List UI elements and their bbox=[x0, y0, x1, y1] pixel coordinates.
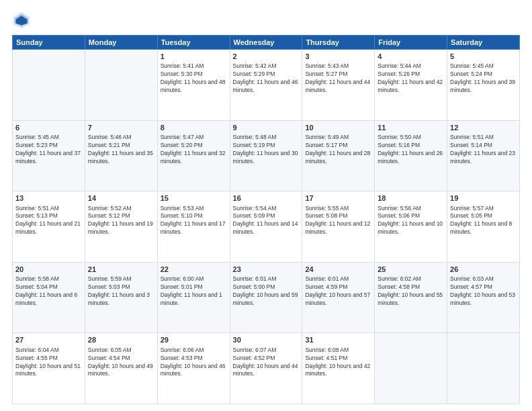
day-info: Sunset: 5:20 PM bbox=[161, 142, 227, 150]
day-info: Sunrise: 6:04 AM bbox=[15, 347, 82, 355]
calendar-cell: 20Sunrise: 5:58 AMSunset: 5:04 PMDayligh… bbox=[13, 262, 85, 333]
day-info: Daylight: 10 hours and 59 minutes. bbox=[233, 291, 300, 308]
day-number: 7 bbox=[88, 123, 154, 133]
day-info: Sunset: 5:09 PM bbox=[233, 212, 300, 220]
calendar-cell bbox=[375, 333, 447, 404]
day-info: Sunset: 5:23 PM bbox=[15, 142, 82, 150]
day-number: 19 bbox=[450, 193, 517, 203]
day-info: Daylight: 11 hours and 17 minutes. bbox=[161, 220, 227, 236]
calendar-week-3: 20Sunrise: 5:58 AMSunset: 5:04 PMDayligh… bbox=[13, 262, 520, 333]
calendar-cell: 16Sunrise: 5:54 AMSunset: 5:09 PMDayligh… bbox=[230, 191, 302, 263]
day-info: Sunrise: 5:56 AM bbox=[378, 205, 444, 213]
day-info: Sunset: 4:52 PM bbox=[233, 355, 300, 363]
day-header-tuesday: Tuesday bbox=[157, 36, 230, 50]
calendar-cell: 4Sunrise: 5:44 AMSunset: 5:26 PMDaylight… bbox=[375, 50, 447, 121]
day-info: Sunrise: 5:52 AM bbox=[88, 205, 154, 213]
calendar-cell: 29Sunrise: 6:06 AMSunset: 4:53 PMDayligh… bbox=[157, 333, 230, 404]
day-header-monday: Monday bbox=[85, 36, 157, 50]
day-number: 31 bbox=[305, 335, 371, 345]
calendar-cell: 12Sunrise: 5:51 AMSunset: 5:14 PMDayligh… bbox=[447, 120, 520, 191]
calendar-cell: 14Sunrise: 5:52 AMSunset: 5:12 PMDayligh… bbox=[85, 191, 157, 263]
day-info: Daylight: 10 hours and 57 minutes. bbox=[305, 291, 371, 308]
day-info: Sunrise: 6:03 AM bbox=[450, 275, 517, 283]
day-info: Daylight: 11 hours and 35 minutes. bbox=[88, 150, 154, 166]
calendar-cell: 28Sunrise: 6:05 AMSunset: 4:54 PMDayligh… bbox=[85, 333, 157, 404]
day-info: Daylight: 11 hours and 32 minutes. bbox=[161, 150, 227, 166]
calendar-cell: 25Sunrise: 6:02 AMSunset: 4:58 PMDayligh… bbox=[375, 262, 447, 333]
day-info: Sunset: 5:19 PM bbox=[233, 142, 300, 150]
day-number: 24 bbox=[305, 265, 371, 275]
day-info: Sunrise: 6:00 AM bbox=[161, 275, 227, 283]
day-info: Daylight: 11 hours and 10 minutes. bbox=[378, 220, 444, 236]
day-info: Sunset: 5:10 PM bbox=[161, 212, 227, 220]
day-info: Sunrise: 5:45 AM bbox=[450, 62, 517, 71]
day-number: 23 bbox=[233, 265, 300, 275]
day-info: Daylight: 11 hours and 8 minutes. bbox=[450, 220, 517, 236]
day-number: 30 bbox=[233, 335, 300, 345]
day-info: Sunset: 5:27 PM bbox=[305, 71, 371, 79]
day-info: Daylight: 11 hours and 26 minutes. bbox=[378, 150, 444, 166]
day-info: Sunrise: 5:50 AM bbox=[378, 134, 444, 142]
day-info: Daylight: 11 hours and 14 minutes. bbox=[233, 220, 300, 236]
day-info: Sunset: 5:08 PM bbox=[305, 212, 371, 220]
calendar-cell: 1Sunrise: 5:41 AMSunset: 5:30 PMDaylight… bbox=[157, 50, 230, 121]
day-info: Daylight: 11 hours and 21 minutes. bbox=[15, 220, 82, 236]
calendar-cell: 8Sunrise: 5:47 AMSunset: 5:20 PMDaylight… bbox=[157, 120, 230, 191]
day-info: Sunrise: 5:54 AM bbox=[233, 205, 300, 213]
day-info: Sunset: 5:12 PM bbox=[88, 212, 154, 220]
calendar-cell: 15Sunrise: 5:53 AMSunset: 5:10 PMDayligh… bbox=[157, 191, 230, 263]
day-info: Sunrise: 5:58 AM bbox=[15, 275, 82, 283]
day-info: Daylight: 11 hours and 46 minutes. bbox=[233, 79, 300, 95]
day-header-wednesday: Wednesday bbox=[230, 36, 302, 50]
day-info: Sunset: 4:54 PM bbox=[88, 355, 154, 363]
page: SundayMondayTuesdayWednesdayThursdayFrid… bbox=[0, 0, 532, 411]
day-info: Sunset: 4:57 PM bbox=[450, 283, 517, 291]
logo bbox=[12, 11, 34, 30]
day-number: 21 bbox=[88, 265, 154, 275]
calendar-week-2: 13Sunrise: 5:51 AMSunset: 5:13 PMDayligh… bbox=[13, 191, 520, 263]
day-number: 29 bbox=[161, 335, 227, 345]
day-info: Sunrise: 6:02 AM bbox=[378, 275, 444, 283]
day-number: 16 bbox=[233, 193, 300, 203]
day-number: 2 bbox=[233, 52, 300, 62]
day-number: 18 bbox=[378, 193, 444, 203]
day-info: Daylight: 11 hours and 6 minutes. bbox=[15, 291, 82, 308]
day-number: 28 bbox=[88, 335, 154, 345]
day-number: 9 bbox=[233, 123, 300, 133]
day-info: Sunset: 4:59 PM bbox=[305, 283, 371, 291]
day-number: 26 bbox=[450, 265, 517, 275]
day-number: 25 bbox=[378, 265, 444, 275]
day-info: Sunset: 5:06 PM bbox=[378, 212, 444, 220]
calendar-cell: 26Sunrise: 6:03 AMSunset: 4:57 PMDayligh… bbox=[447, 262, 520, 333]
calendar-cell: 11Sunrise: 5:50 AMSunset: 5:16 PMDayligh… bbox=[375, 120, 447, 191]
day-info: Daylight: 10 hours and 49 minutes. bbox=[88, 363, 154, 379]
calendar-cell bbox=[85, 50, 157, 121]
calendar-cell: 21Sunrise: 5:59 AMSunset: 5:03 PMDayligh… bbox=[85, 262, 157, 333]
day-info: Sunset: 5:13 PM bbox=[15, 212, 82, 220]
day-info: Daylight: 11 hours and 30 minutes. bbox=[233, 150, 300, 166]
calendar-cell: 9Sunrise: 5:48 AMSunset: 5:19 PMDaylight… bbox=[230, 120, 302, 191]
day-info: Sunset: 5:21 PM bbox=[88, 142, 154, 150]
day-info: Sunrise: 5:49 AM bbox=[305, 134, 371, 142]
day-number: 17 bbox=[305, 193, 371, 203]
calendar-header-row: SundayMondayTuesdayWednesdayThursdayFrid… bbox=[13, 36, 520, 50]
day-info: Sunrise: 6:01 AM bbox=[305, 275, 371, 283]
day-info: Sunrise: 6:06 AM bbox=[161, 347, 227, 355]
logo-icon bbox=[12, 11, 31, 30]
day-info: Sunrise: 5:57 AM bbox=[450, 205, 517, 213]
calendar-week-1: 6Sunrise: 5:45 AMSunset: 5:23 PMDaylight… bbox=[13, 120, 520, 191]
day-info: Sunset: 5:01 PM bbox=[161, 283, 227, 291]
calendar-cell bbox=[447, 333, 520, 404]
calendar-cell: 24Sunrise: 6:01 AMSunset: 4:59 PMDayligh… bbox=[302, 262, 375, 333]
day-info: Sunset: 5:05 PM bbox=[450, 212, 517, 220]
day-number: 12 bbox=[450, 123, 517, 133]
calendar-cell: 10Sunrise: 5:49 AMSunset: 5:17 PMDayligh… bbox=[302, 120, 375, 191]
day-info: Sunset: 5:04 PM bbox=[15, 283, 82, 291]
day-info: Sunrise: 5:47 AM bbox=[161, 134, 227, 142]
day-info: Sunrise: 5:44 AM bbox=[378, 62, 444, 71]
day-header-sunday: Sunday bbox=[13, 36, 85, 50]
day-info: Sunrise: 5:41 AM bbox=[161, 62, 227, 71]
calendar-cell: 19Sunrise: 5:57 AMSunset: 5:05 PMDayligh… bbox=[447, 191, 520, 263]
day-info: Sunset: 4:51 PM bbox=[305, 355, 371, 363]
day-number: 6 bbox=[15, 123, 82, 133]
